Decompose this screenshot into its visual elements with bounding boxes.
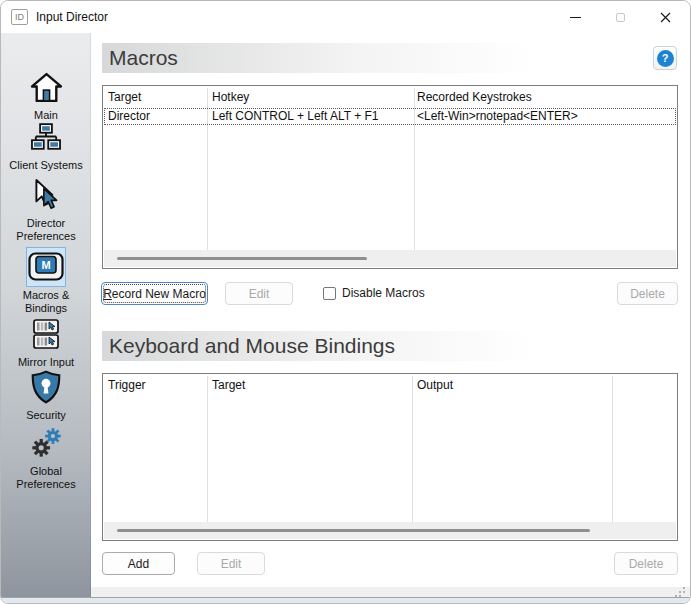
network-icon: [31, 123, 61, 151]
disable-macros-checkbox[interactable]: [323, 287, 336, 300]
macros-table: Target Hotkey Recorded Keystrokes Direct…: [102, 85, 678, 269]
macros-col-keystrokes[interactable]: Recorded Keystrokes: [417, 86, 532, 108]
minimize-icon: [570, 17, 581, 18]
bindings-delete-button[interactable]: Delete: [614, 552, 678, 575]
macros-hscrollbar[interactable]: [104, 250, 676, 267]
close-button[interactable]: [643, 1, 688, 33]
sidebar-item-macros-bindings[interactable]: M Macros & Bindings: [1, 247, 91, 315]
maximize-button[interactable]: [598, 1, 643, 33]
minimize-button[interactable]: [553, 1, 598, 33]
bindings-section-header: Keyboard and Mouse Bindings: [102, 331, 678, 361]
sidebar-item-mirror-input[interactable]: Mirror Input: [1, 314, 91, 369]
macros-title: Macros: [109, 46, 178, 70]
macros-col-hotkey[interactable]: Hotkey: [212, 86, 249, 108]
maximize-icon: [616, 13, 625, 22]
bindings-col-output[interactable]: Output: [417, 374, 453, 396]
window-title: Input Director: [36, 10, 108, 24]
help-icon: ?: [657, 50, 674, 67]
help-button[interactable]: ?: [653, 46, 677, 70]
column-separator: [207, 376, 208, 523]
bindings-edit-button[interactable]: Edit: [197, 552, 265, 575]
bindings-table: Trigger Target Output: [102, 373, 678, 541]
keyboard-key-m-icon: M: [28, 252, 64, 282]
sidebar: Main Client Systems Director Preferences: [1, 33, 91, 597]
window-bottom-edge: [1, 597, 690, 603]
titlebar[interactable]: ID Input Director: [1, 1, 690, 33]
record-new-macro-button[interactable]: Record New Macro: [101, 282, 208, 305]
home-icon: [30, 72, 63, 103]
bindings-hscrollbar[interactable]: [104, 522, 676, 539]
resize-grip-icon[interactable]: [673, 585, 685, 597]
macro-hotkey: Left CONTROL + Left ALT + F1: [212, 109, 379, 124]
svg-text:M: M: [41, 259, 50, 271]
macros-col-target[interactable]: Target: [108, 86, 141, 108]
macro-row-director[interactable]: Director Left CONTROL + Left ALT + F1 <L…: [104, 108, 676, 125]
window-controls: [553, 1, 688, 33]
macro-target: Director: [108, 109, 150, 124]
input-director-window: ID Input Director Main: [0, 0, 691, 604]
macros-edit-button[interactable]: Edit: [225, 282, 293, 305]
bindings-hscroll-thumb[interactable]: [117, 529, 590, 532]
macros-delete-button[interactable]: Delete: [617, 282, 678, 305]
sidebar-item-director-preferences[interactable]: Director Preferences: [1, 175, 91, 243]
shield-keyhole-icon: [31, 370, 61, 404]
macros-hscroll-thumb[interactable]: [117, 257, 367, 260]
app-icon: ID: [11, 9, 28, 25]
mirror-input-icon: [31, 318, 61, 350]
bindings-col-target[interactable]: Target: [212, 374, 245, 396]
bindings-title: Keyboard and Mouse Bindings: [109, 334, 395, 358]
bindings-add-button[interactable]: Add: [102, 552, 175, 575]
sidebar-item-security[interactable]: Security: [1, 367, 91, 422]
bindings-col-trigger[interactable]: Trigger: [108, 374, 146, 396]
close-icon: [660, 12, 671, 23]
selected-item-highlight: M: [26, 247, 66, 287]
sidebar-item-client-systems[interactable]: Client Systems: [1, 117, 91, 172]
gears-icon: [30, 427, 62, 459]
sidebar-item-global-preferences[interactable]: Global Preferences: [1, 423, 91, 491]
disable-macros-label[interactable]: Disable Macros: [342, 282, 425, 305]
column-separator: [412, 376, 413, 523]
sidebar-item-main[interactable]: Main: [1, 67, 91, 122]
macro-keystrokes: <Left-Win>rnotepad<ENTER>: [417, 109, 578, 124]
column-separator: [612, 376, 613, 523]
macros-section-header: Macros ?: [102, 43, 678, 73]
cursor-icon: [33, 179, 59, 211]
